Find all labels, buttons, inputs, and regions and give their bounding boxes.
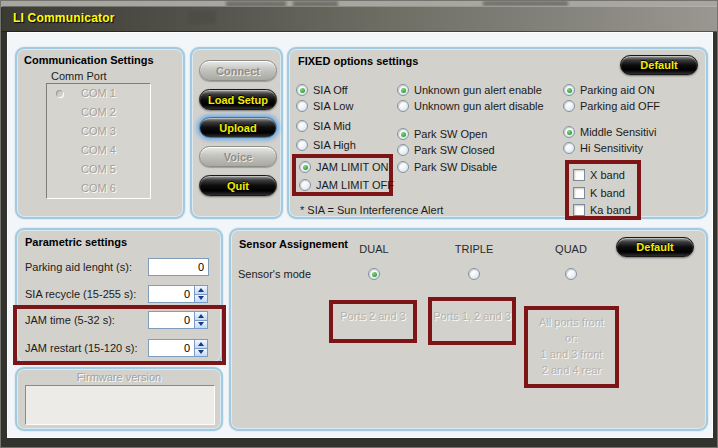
jam-restart-input[interactable] [148, 339, 195, 357]
comm-port-listbox[interactable]: COM 1 COM 2 COM 3 COM 4 COM 5 COM 6 [46, 83, 151, 199]
triple-note: Ports 1, 2 and 3 [428, 310, 516, 322]
arrow-up-icon [198, 314, 204, 318]
firmware-version-panel: Firmware version [15, 367, 223, 431]
sia-recycle-spinner [194, 285, 208, 303]
park-sw-closed-radio[interactable]: Park SW Closed [397, 142, 495, 158]
x-band-checkbox[interactable]: X band [573, 167, 625, 183]
jam-limit-on-radio[interactable]: JAM LIMIT ON [299, 159, 389, 175]
jam-restart-field [148, 339, 208, 357]
quit-button[interactable]: Quit [199, 175, 277, 196]
triple-mode-radio[interactable] [468, 268, 480, 280]
checkbox-label: Ka band [590, 204, 631, 216]
spinner-down-button[interactable] [194, 320, 208, 330]
comm-port-option[interactable]: COM 6 [47, 179, 150, 198]
checkbox-label: K band [590, 187, 625, 199]
quad-note-line: 2 and 4 rear [524, 362, 619, 378]
sia-high-radio[interactable]: SIA High [296, 137, 356, 153]
radio-icon [299, 161, 311, 173]
comm-port-option[interactable]: COM 1 [47, 84, 150, 103]
dual-mode-radio[interactable] [368, 268, 380, 280]
firmware-version-display [25, 385, 215, 425]
radio-icon [397, 161, 409, 173]
checkbox-icon [573, 187, 585, 199]
parking-aid-length-label: Parking aid lenght (s): [25, 261, 132, 273]
radio-label: Unknown gun alert disable [414, 100, 544, 112]
spinner-down-button[interactable] [194, 348, 208, 358]
radio-label: SIA High [313, 139, 356, 151]
radio-icon [296, 100, 308, 112]
ka-band-checkbox[interactable]: Ka band [573, 202, 631, 218]
comm-port-option[interactable]: COM 2 [47, 103, 150, 122]
parking-aid-on-radio[interactable]: Parking aid ON [563, 82, 655, 98]
comm-port-option[interactable]: COM 5 [47, 160, 150, 179]
radio-icon [563, 100, 575, 112]
middle-sensitivity-radio[interactable]: Middle Sensitivi [563, 124, 656, 140]
sensor-mode-label: Sensor's mode [238, 268, 311, 280]
sia-recycle-input[interactable] [148, 285, 195, 303]
fixed-default-button[interactable]: Default [620, 55, 698, 75]
connect-button[interactable]: Connect [199, 60, 277, 81]
checkbox-icon [573, 204, 585, 216]
radio-icon [397, 128, 409, 140]
sensor-assignment-title: Sensor Assignement [239, 238, 348, 250]
radio-label: Hi Sensitivity [580, 142, 643, 154]
comm-port-option[interactable]: COM 3 [47, 122, 150, 141]
gun-alert-enable-radio[interactable]: Unknown gun alert enable [397, 82, 542, 98]
radio-label: SIA Mid [313, 120, 351, 132]
jam-time-input[interactable] [148, 311, 195, 329]
sia-recycle-label: SIA recycle (15-255 s): [25, 288, 136, 300]
window-title: LI Communicator [13, 11, 115, 25]
radio-icon [563, 84, 575, 96]
radio-icon [296, 120, 308, 132]
sia-recycle-field [148, 285, 208, 303]
quad-column-header: QUAD [555, 243, 587, 255]
park-sw-open-radio[interactable]: Park SW Open [397, 126, 487, 142]
jam-restart-label: JAM restart (15-120 s): [25, 342, 137, 354]
radio-label: Unknown gun alert enable [414, 84, 542, 96]
comm-port-option-label: COM 1 [81, 87, 116, 99]
fixed-options-panel: FIXED options settings Default SIA Off S… [287, 47, 708, 219]
radio-icon [563, 142, 575, 154]
radio-label: JAM LIMIT OFF [316, 179, 394, 191]
radio-label: Parking aid ON [580, 84, 655, 96]
quad-mode-radio[interactable] [565, 268, 577, 280]
title-bar[interactable]: LI Communicator [2, 6, 718, 32]
sensor-default-button[interactable]: Default [616, 237, 694, 257]
quad-note: All ports front or: 1 and 3 front 2 and … [524, 314, 619, 378]
park-sw-disable-radio[interactable]: Park SW Disable [397, 159, 497, 175]
comm-port-option[interactable]: COM 4 [47, 141, 150, 160]
comm-port-option-label: COM 3 [81, 125, 116, 137]
upload-button[interactable]: Upload [199, 117, 277, 138]
comm-port-option-label: COM 4 [81, 144, 116, 156]
comm-port-option-label: COM 6 [81, 182, 116, 194]
checkbox-label: X band [590, 169, 625, 181]
sia-mid-radio[interactable]: SIA Mid [296, 118, 351, 134]
k-band-checkbox[interactable]: K band [573, 185, 625, 201]
sia-off-radio[interactable]: SIA Off [296, 82, 348, 98]
radio-icon [299, 179, 311, 191]
actions-panel: Connect Load Setup Upload Voice Quit [190, 47, 283, 219]
arrow-down-icon [198, 322, 204, 326]
radio-icon [397, 100, 409, 112]
radio-label: Park SW Disable [414, 161, 497, 173]
gun-alert-disable-radio[interactable]: Unknown gun alert disable [397, 98, 544, 114]
jam-time-field [148, 311, 208, 329]
radio-label: SIA Low [313, 100, 353, 112]
parking-aid-off-radio[interactable]: Parking aid OFF [563, 98, 660, 114]
jam-limit-off-radio[interactable]: JAM LIMIT OFF [299, 177, 394, 193]
sia-low-radio[interactable]: SIA Low [296, 98, 353, 114]
spinner-down-button[interactable] [194, 294, 208, 304]
voice-button[interactable]: Voice [199, 146, 277, 167]
parametric-settings-panel: Parametric settings Parking aid lenght (… [15, 228, 223, 364]
comm-port-label: Comm Port [51, 70, 107, 82]
load-setup-button[interactable]: Load Setup [199, 89, 277, 110]
hi-sensitivity-radio[interactable]: Hi Sensitivity [563, 140, 643, 156]
fixed-options-title: FIXED options settings [298, 55, 418, 67]
arrow-up-icon [198, 288, 204, 292]
background-artifact [188, 11, 216, 24]
radio-icon [397, 144, 409, 156]
radio-label: JAM LIMIT ON [316, 161, 389, 173]
parking-aid-length-input[interactable] [148, 258, 209, 276]
radio-icon [563, 126, 575, 138]
radio-label: SIA Off [313, 84, 348, 96]
